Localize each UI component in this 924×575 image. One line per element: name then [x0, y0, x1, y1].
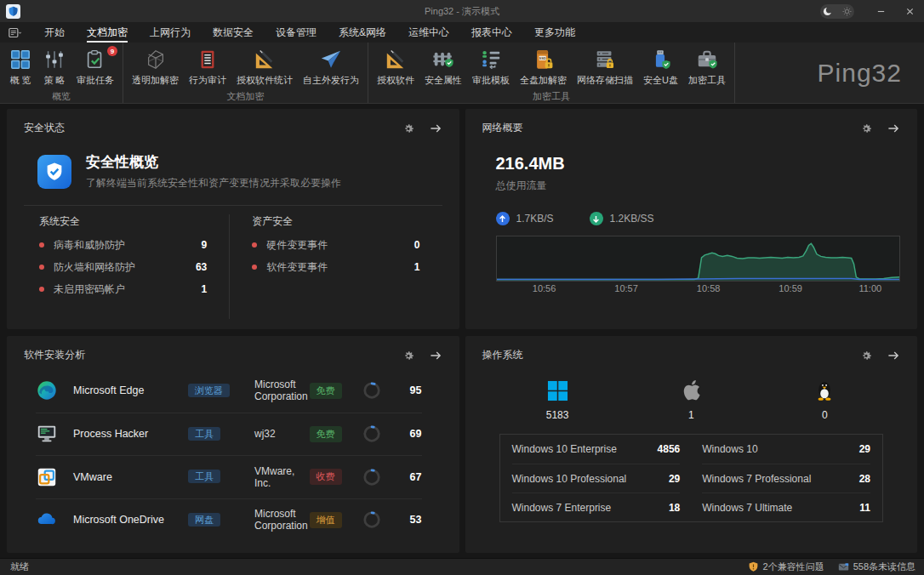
network-traffic-chart[interactable]	[496, 236, 901, 282]
os-version-table: Windows 10 Enterprise 4856 Windows 10 Pr…	[499, 434, 884, 522]
ribbon-button-authorized-software[interactable]: 授权软件	[372, 46, 419, 88]
tab-label: 设备管理	[276, 26, 317, 40]
table-row[interactable]: Windows 7 Ultimate 11	[702, 492, 870, 521]
ribbon-button-security-attributes[interactable]: 安全属性	[419, 46, 467, 88]
ribbon-button-label: 安全属性	[425, 74, 462, 87]
ribbon-button-approval-template[interactable]: 审批模板	[467, 46, 515, 88]
red-dot-icon	[39, 287, 44, 292]
table-row[interactable]: Windows 10 Enterprise 4856	[512, 435, 681, 464]
upload-rate-value: 1.7KB/S	[516, 213, 554, 225]
usb-shield-icon	[648, 48, 672, 71]
arrow-right-icon[interactable]	[429, 122, 442, 135]
ribbon-button-network-storage-scan[interactable]: 网络存储扫描	[572, 46, 638, 88]
linux-tux-icon	[814, 376, 835, 401]
unread-text: 558条未读信息	[853, 561, 915, 573]
app-icon	[6, 4, 20, 19]
list-item[interactable]: 硬件变更事件 0	[252, 234, 419, 256]
software-analysis-panel: 软件安装分析 Microsoft Edge 浏览器 Microsoft Corp…	[7, 336, 459, 553]
ribbon-button-overview[interactable]: 概 览	[3, 46, 37, 88]
tab-ops-center[interactable]: 运维中心	[397, 22, 460, 43]
software-name: Process Hacker	[73, 428, 188, 440]
compatibility-issues[interactable]: 2个兼容性问题	[748, 561, 824, 573]
arrow-right-icon[interactable]	[887, 349, 900, 362]
software-row-onedrive[interactable]: Microsoft OneDrive 网盘 Microsoft Corporat…	[36, 498, 422, 542]
os-version-value: 18	[669, 502, 680, 514]
ribbon-button-authorized-software-stats[interactable]: 授权软件统计	[231, 46, 298, 88]
gear-icon[interactable]	[859, 122, 873, 135]
list-item[interactable]: 防火墙和网络防护 63	[39, 256, 207, 278]
table-row[interactable]: Windows 10 Professional 29	[512, 464, 681, 492]
security-overview-desc: 了解终端当前系统安全性和资产变更情况并采取必要操作	[86, 176, 341, 191]
x-axis-tick: 10:59	[779, 283, 802, 293]
approval-tasks-icon	[83, 48, 107, 71]
price-badge: 收费	[310, 469, 342, 485]
os-windows-count[interactable]: 5183	[491, 376, 625, 421]
software-vendor: Microsoft Corporation	[254, 379, 310, 402]
os-version-label: Windows 7 Ultimate	[702, 502, 792, 514]
os-apple-count[interactable]: 1	[625, 376, 758, 421]
upload-arrow-icon	[496, 212, 510, 225]
list-item[interactable]: 病毒和威胁防护 9	[39, 234, 207, 256]
list-item[interactable]: 未启用密码帐户 1	[39, 278, 207, 300]
tab-start[interactable]: 开始	[33, 22, 76, 43]
ribbon-button-behavior-audit[interactable]: 行为审计	[184, 46, 231, 88]
ribbon-button-policy[interactable]: 策 略	[37, 46, 71, 88]
gear-icon[interactable]	[402, 122, 415, 135]
unread-messages[interactable]: 558条未读信息	[838, 561, 915, 573]
close-button[interactable]	[895, 0, 924, 22]
list-item[interactable]: 软件变更事件 1	[252, 256, 419, 278]
ribbon-button-encryption-tools[interactable]: 加密工具	[683, 46, 731, 88]
tab-doc-encryption[interactable]: 文档加密	[76, 22, 139, 43]
compat-text: 2个兼容性问题	[763, 561, 824, 573]
tab-label: 运维中心	[408, 26, 449, 40]
software-score: 67	[398, 471, 422, 483]
x-axis-tick: 10:56	[533, 283, 556, 293]
ruler-pen-icon	[384, 48, 408, 71]
item-label: 病毒和威胁防护	[54, 238, 125, 253]
tab-device-management[interactable]: 设备管理	[265, 22, 328, 43]
menu-launcher-icon[interactable]	[9, 27, 21, 38]
software-score: 53	[398, 514, 422, 526]
overview-grid-icon	[9, 48, 32, 71]
ribbon-button-label: 安全U盘	[643, 74, 678, 87]
tab-web-behavior[interactable]: 上网行为	[139, 22, 202, 43]
ribbon-button-label: 审批任务	[77, 74, 114, 87]
apple-logo-icon	[682, 376, 701, 401]
theme-toggle[interactable]	[820, 4, 854, 19]
tab-report-center[interactable]: 报表中心	[460, 22, 523, 43]
software-row-vmware[interactable]: VMware 工具 VMware, Inc. 收费 67	[36, 455, 422, 498]
category-badge: 网盘	[188, 513, 220, 527]
arrow-right-icon[interactable]	[429, 349, 442, 362]
os-version-label: Windows 10 Professional	[512, 473, 627, 485]
panel-title: 网络概要	[482, 121, 523, 135]
ribbon-button-full-disk-encryption[interactable]: SSD 全盘加解密	[515, 46, 572, 88]
category-badge: 工具	[188, 470, 220, 483]
ruler-pen-icon	[253, 48, 277, 71]
ribbon-button-secure-usb[interactable]: 安全U盘	[638, 46, 683, 88]
os-count-value: 5183	[546, 409, 569, 421]
tab-label: 报表中心	[471, 26, 512, 40]
table-row[interactable]: Windows 7 Professional 28	[702, 464, 870, 492]
software-row-edge[interactable]: Microsoft Edge 浏览器 Microsoft Corporation…	[36, 369, 422, 413]
arrow-right-icon[interactable]	[887, 122, 900, 135]
ribbon-button-label: 概 览	[9, 74, 31, 87]
gear-icon[interactable]	[859, 349, 873, 362]
software-name: Microsoft Edge	[73, 384, 188, 396]
ribbon-button-self-outgoing[interactable]: 自主外发行为	[298, 46, 364, 88]
item-value: 9	[202, 239, 208, 251]
ribbon-group-encryption-tools: 授权软件 安全属性 审批模板 SSD 全盘加解密 网络存储扫描 安全U盘	[368, 43, 735, 103]
score-ring	[362, 510, 381, 529]
tab-more-features[interactable]: 更多功能	[523, 22, 586, 43]
table-row[interactable]: Windows 10 29	[702, 435, 870, 464]
divider	[24, 205, 442, 206]
ribbon-button-approval-tasks[interactable]: 9 审批任务	[71, 46, 119, 88]
tab-data-security[interactable]: 数据安全	[202, 22, 265, 43]
tab-system-network[interactable]: 系统&网络	[328, 22, 397, 43]
table-row[interactable]: Windows 7 Enterprise 18	[512, 492, 681, 521]
software-row-process-hacker[interactable]: Process Hacker 工具 wj32 免费 69	[36, 413, 422, 456]
ribbon-button-transparent-encryption[interactable]: 透明加解密	[127, 46, 184, 88]
gear-icon[interactable]	[402, 349, 415, 362]
cube-icon	[144, 48, 168, 71]
os-linux-count[interactable]: 0	[758, 376, 892, 421]
minimize-button[interactable]	[866, 0, 895, 22]
